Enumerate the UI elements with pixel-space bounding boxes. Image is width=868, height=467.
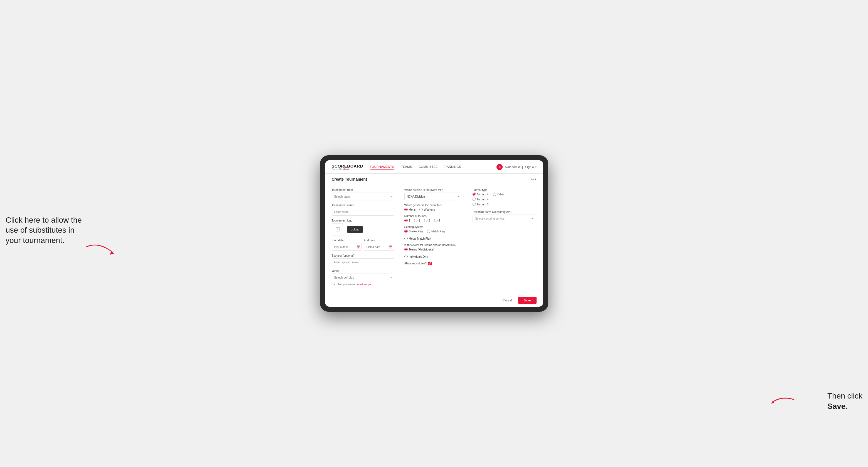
format-6count5-radio[interactable] — [472, 203, 476, 206]
scoring-stroke-radio[interactable] — [404, 229, 408, 233]
substitutes-text: Allow substitutes? — [404, 262, 427, 265]
format-6count4-radio[interactable] — [472, 197, 476, 201]
upload-button[interactable]: Upload — [347, 226, 364, 233]
logo-area: SCOREBOARD Powered by clippd — [332, 164, 363, 170]
tournament-name-input[interactable] — [332, 208, 394, 216]
nav-link-tournaments[interactable]: TOURNAMENTS — [370, 164, 394, 170]
division-group: Which division is the event for? NCAA Di… — [404, 188, 462, 200]
format-other-radio[interactable] — [493, 193, 496, 196]
scoring-api-label: Use third-party live scoring API? — [472, 210, 536, 214]
teams-radio-group: Teams (+Individuals) Individuals Only — [404, 248, 462, 258]
start-date-wrap: 📅 — [332, 243, 362, 251]
gender-womens-radio[interactable] — [420, 208, 423, 211]
end-date-label: End date — [364, 239, 394, 242]
user-name: blair admin — [505, 165, 520, 169]
scoring-api-group: Use third-party live scoring API? Select… — [472, 210, 536, 222]
form-col-3: Format type 5 count 4 Other — [468, 188, 536, 289]
teams-radio[interactable] — [404, 248, 408, 251]
calendar-icon-end: 📅 — [389, 246, 392, 249]
sponsor-group: Sponsor (optional) — [332, 254, 394, 266]
tablet-screen: SCOREBOARD Powered by clippd TOURNAMENTS… — [325, 160, 543, 307]
tournament-name-group: Tournament name — [332, 204, 394, 216]
tournament-logo-label: Tournament logo — [332, 219, 394, 222]
scoring-medal[interactable]: Medal Match Play — [404, 237, 431, 240]
nav-link-committee[interactable]: COMMITTEE — [418, 164, 438, 170]
substitutes-checkbox[interactable] — [428, 261, 432, 265]
scoring-medal-radio[interactable] — [404, 237, 408, 240]
gender-label: Which gender is the event for? — [404, 204, 462, 207]
rounds-1-radio[interactable] — [404, 219, 408, 222]
nav-bar: SCOREBOARD Powered by clippd TOURNAMENTS… — [325, 160, 543, 174]
division-label: Which division is the event for? — [404, 188, 462, 191]
scoring-service-select[interactable]: Select a scoring service — [472, 215, 536, 222]
format-type-label: Format type — [472, 188, 536, 191]
format-other[interactable]: Other — [493, 193, 504, 196]
svg-point-3 — [337, 228, 337, 229]
rounds-3-radio[interactable] — [424, 219, 428, 222]
format-row-1: 5 count 4 Other — [472, 193, 536, 196]
scoring-match-radio[interactable] — [427, 229, 430, 233]
format-6count4[interactable]: 6 count 4 — [472, 197, 536, 201]
gender-womens[interactable]: Womens — [420, 208, 435, 211]
rounds-1[interactable]: 1 — [404, 219, 410, 222]
back-link[interactable]: ‹ Back — [528, 178, 536, 181]
format-5count4-radio[interactable] — [472, 193, 476, 196]
scoring-system-label: Scoring system — [404, 225, 462, 228]
rounds-4[interactable]: 4 — [434, 219, 440, 222]
form-col-2: Which division is the event for? NCAA Di… — [400, 188, 468, 289]
form-footer: Cancel Save — [325, 293, 543, 307]
annotation-right: Then click Save. — [827, 391, 862, 411]
sign-out-link[interactable]: Sign out — [525, 165, 536, 169]
scoring-match[interactable]: Match Play — [427, 229, 445, 233]
rounds-radio-group: 1 2 3 4 — [404, 219, 462, 222]
individuals-only-radio[interactable] — [404, 255, 408, 258]
sponsor-input[interactable] — [332, 258, 394, 266]
format-type-group: Format type 5 count 4 Other — [472, 188, 536, 206]
end-date-group: End date 📅 — [364, 239, 394, 251]
gender-mens[interactable]: Mens — [404, 208, 415, 211]
teams-individuals-group: Is this event for Teams and/or Individua… — [404, 244, 462, 258]
logo-powered-by: Powered by clippd — [332, 168, 363, 170]
search-icon: ▾ — [391, 195, 392, 198]
venue-email-link[interactable]: email support — [357, 283, 372, 286]
annotation-left: Click here to allow the use of substitut… — [6, 215, 84, 246]
tournament-host-label: Tournament Host — [332, 188, 394, 191]
svg-marker-0 — [110, 251, 114, 255]
calendar-icon-start: 📅 — [356, 246, 360, 249]
scoring-stroke[interactable]: Stroke Play — [404, 229, 423, 233]
nav-link-teams[interactable]: TEAMS — [401, 164, 412, 170]
tournament-host-group: Tournament Host ▾ — [332, 188, 394, 200]
rounds-3[interactable]: 3 — [424, 219, 430, 222]
tournament-name-label: Tournament name — [332, 204, 394, 207]
cancel-button[interactable]: Cancel — [499, 297, 516, 304]
rounds-group: Number of rounds 1 2 3 — [404, 215, 462, 222]
substitutes-label[interactable]: Allow substitutes? — [404, 261, 462, 265]
user-avatar: B — [496, 164, 503, 170]
tablet-frame: SCOREBOARD Powered by clippd TOURNAMENTS… — [320, 155, 548, 312]
division-select[interactable]: NCAA Division I NCAA Division II NCAA Di… — [404, 193, 462, 200]
substitutes-group: Allow substitutes? — [404, 261, 462, 265]
gender-mens-radio[interactable] — [404, 208, 408, 211]
rounds-2-radio[interactable] — [414, 219, 417, 222]
venue-input[interactable] — [332, 274, 394, 281]
nav-separator: | — [522, 165, 523, 169]
format-radio-group: 5 count 4 Other 6 count 4 — [472, 193, 536, 206]
tournament-host-input[interactable] — [332, 193, 394, 200]
page-title: Create Tournament — [332, 177, 367, 182]
start-date-group: Start date 📅 — [332, 239, 362, 251]
teams-plus-individuals[interactable]: Teams (+Individuals) — [404, 248, 434, 251]
annotation-right-bold: Save. — [827, 402, 848, 410]
arrow-right-indicator — [771, 394, 796, 406]
page-header: Create Tournament ‹ Back — [325, 174, 543, 184]
individuals-only[interactable]: Individuals Only — [404, 255, 429, 258]
format-5count4[interactable]: 5 count 4 — [472, 193, 488, 196]
save-button[interactable]: Save — [518, 297, 536, 304]
nav-link-rankings[interactable]: RANKINGS — [444, 164, 461, 170]
format-6count5[interactable]: 6 count 5 — [472, 203, 536, 206]
venue-label: Venue — [332, 270, 394, 273]
venue-dropdown-icon: ▾ — [391, 276, 392, 279]
rounds-4-radio[interactable] — [434, 219, 437, 222]
venue-note: Can't find your venue? email support — [332, 283, 394, 286]
rounds-2[interactable]: 2 — [414, 219, 420, 222]
sponsor-label: Sponsor (optional) — [332, 254, 394, 257]
